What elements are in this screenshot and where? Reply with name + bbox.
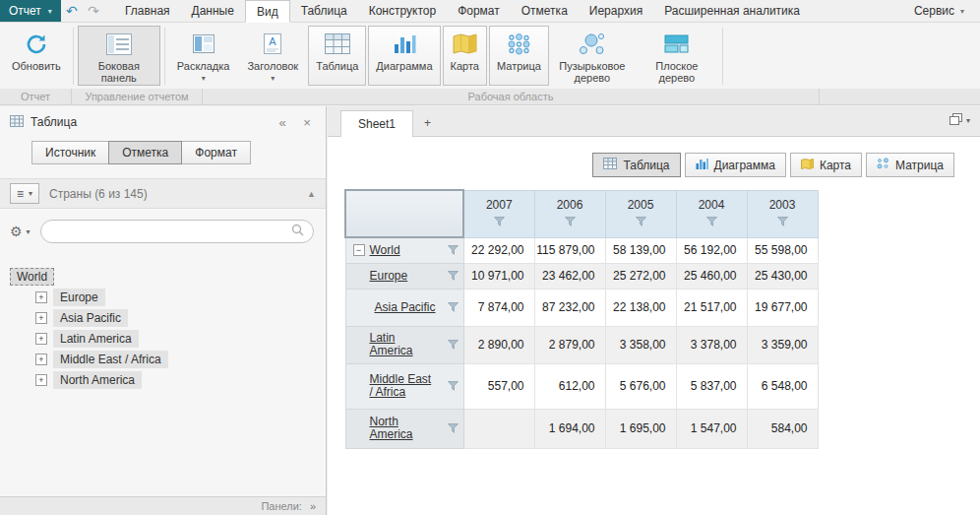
row-header-link[interactable]: Asia Pacific [375,301,436,314]
menu-tab-analitika[interactable]: Расширенная аналитика [653,0,811,22]
expand-panels-icon[interactable]: » [310,500,316,512]
header-button[interactable]: A Заголовок ▾ [239,26,306,86]
filter-icon[interactable] [535,216,605,229]
report-menu-button[interactable]: Отчет ▾ [0,0,61,22]
dimension-menu-button[interactable]: ≡ ▾ [10,183,39,204]
menu-tab-dannye[interactable]: Данные [181,0,245,22]
tree-item-europe[interactable]: + Europe [10,288,326,307]
flat-tree-button[interactable]: Плоское дерево [636,26,718,86]
expand-icon[interactable]: + [35,374,47,386]
table-cell: 2 890,00 [463,326,534,363]
filter-icon[interactable] [606,216,676,229]
sidebar-tab-source[interactable]: Источник [31,141,109,164]
hamburger-icon: ≡ [17,187,24,201]
tree-item-label[interactable]: Europe [53,289,105,306]
chart-view-button[interactable]: Диаграмма [368,26,440,86]
tree-item-label[interactable]: World [10,268,54,286]
table-corner-cell[interactable] [345,190,463,237]
filter-icon[interactable] [448,340,459,350]
filter-icon[interactable] [448,302,459,312]
sidebar-filter-row: ⚙ ▾ [0,209,326,243]
row-header-link[interactable]: World [370,244,400,257]
filter-icon[interactable] [448,245,459,255]
row-header-link[interactable]: Latin America [370,332,435,357]
row-header-link[interactable]: Middle East / Africa [370,373,435,399]
ribbon-group-strip: Отчет Управление отчетом Рабочая область [0,89,980,105]
menu-tab-glavnaya[interactable]: Главная [114,0,181,22]
table-cell [463,409,534,448]
row-header-north-america[interactable]: North America [345,409,463,448]
tree-item-label[interactable]: Middle East / Africa [53,351,168,368]
view-button-matrix[interactable]: Матрица [866,153,954,177]
chevron-down-icon: ▾ [960,7,964,16]
add-sheet-button[interactable]: + [413,109,442,136]
sheet-tab[interactable]: Sheet1 [340,110,413,137]
sidebar-tab-format[interactable]: Формат [181,141,251,164]
tree-item-asia-pacific[interactable]: + Asia Pacific [10,308,326,328]
tree-item-latin-america[interactable]: + Latin America [10,329,326,349]
column-header-2007[interactable]: 2007 [463,190,534,237]
service-menu[interactable]: Сервис ▾ [898,0,980,22]
column-header-2005[interactable]: 2005 [605,190,676,237]
settings-button[interactable]: ⚙ ▾ [10,224,31,239]
filter-icon[interactable] [448,423,459,433]
expand-icon[interactable]: + [35,354,47,365]
app-window: Отчет ▾ ↶ ↷ Главная Данные Вид Таблица К… [0,0,980,515]
redo-icon[interactable]: ↷ [83,0,104,22]
tree-item-label[interactable]: North America [53,371,142,389]
map-view-button[interactable]: Карта [443,26,487,86]
view-button-chart[interactable]: Диаграмма [685,153,786,177]
view-button-table[interactable]: Таблица [592,153,680,177]
table-cell: 19 677,00 [747,289,818,326]
ribbon-separator [164,28,165,85]
menu-tab-konstruktor[interactable]: Конструктор [358,0,447,22]
row-header-latin-america[interactable]: Latin America [345,326,463,363]
tree-item-world[interactable]: World [10,267,326,287]
filter-icon[interactable] [748,216,818,229]
column-header-2006[interactable]: 2006 [534,190,605,237]
filter-icon[interactable] [677,216,747,229]
collapse-section-icon[interactable]: ▲ [307,189,316,199]
expand-icon[interactable]: + [35,312,47,324]
filter-icon[interactable] [464,216,534,229]
collapse-panel-icon[interactable]: « [274,115,291,130]
collapse-row-icon[interactable]: − [353,244,365,256]
dimension-section-header: ≡ ▾ Страны (6 из 145) ▲ [0,178,326,209]
row-header-asia-pacific[interactable]: Asia Pacific [345,289,463,326]
row-header-link[interactable]: North America [370,416,435,441]
row-header-middle-east-africa[interactable]: Middle East / Africa [345,363,463,409]
bubble-tree-button[interactable]: Пузырьковое дерево [551,26,634,86]
tree-item-label[interactable]: Latin America [53,330,139,348]
expand-icon[interactable]: + [35,291,47,303]
layout-button[interactable]: Раскладка ▾ [169,26,238,86]
column-header-2003[interactable]: 2003 [747,190,818,237]
menu-tab-format[interactable]: Формат [447,0,511,22]
menu-tab-otmetka[interactable]: Отметка [511,0,579,22]
service-menu-label: Сервис [914,4,954,18]
row-header-world[interactable]: − World [345,237,463,263]
close-icon[interactable]: × [298,115,316,130]
filter-icon[interactable] [448,381,459,391]
window-arrange-button[interactable]: ▾ [949,113,980,136]
column-header-2004[interactable]: 2004 [676,190,747,237]
menu-tab-ierarkhiya[interactable]: Иерархия [579,0,653,22]
filter-icon[interactable] [448,271,459,281]
table-cell: 1 695,00 [605,409,676,448]
menu-tab-tablitsa[interactable]: Таблица [290,0,358,22]
view-button-map[interactable]: Карта [790,153,862,177]
refresh-button[interactable]: Обновить [4,26,69,86]
row-header-link[interactable]: Europe [370,270,408,283]
expand-icon[interactable]: + [35,333,47,345]
tree-item-label[interactable]: Asia Pacific [53,309,128,327]
table-view-button[interactable]: Таблица [308,26,366,86]
sidebar-tab-mark[interactable]: Отметка [108,141,182,164]
matrix-view-button[interactable]: Матрица [489,26,549,86]
tree-item-middle-east-africa[interactable]: + Middle East / Africa [10,350,326,369]
sidebar-panel-button[interactable]: Боковая панель [78,26,160,86]
sheet-tab-bar: Sheet1 + ▾ [328,106,980,137]
tree-item-north-america[interactable]: + North America [10,370,326,390]
search-input[interactable] [50,225,291,238]
menu-tab-vid[interactable]: Вид [245,0,290,23]
undo-icon[interactable]: ↶ [61,0,83,22]
row-header-europe[interactable]: Europe [345,263,463,289]
